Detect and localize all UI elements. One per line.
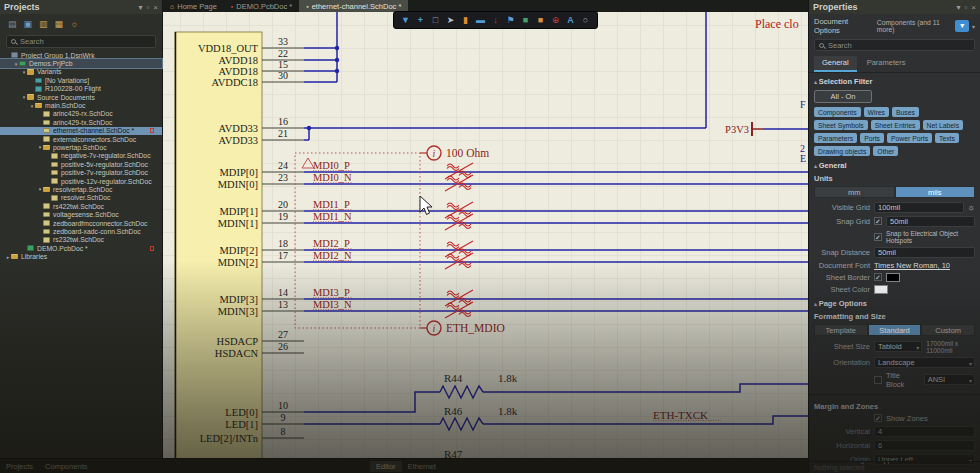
chevron-down-icon[interactable]: ▾ (138, 3, 142, 12)
panel-tab-components[interactable]: Components (39, 461, 94, 472)
tab-home-page[interactable]: ⌂ Home Page (163, 0, 224, 12)
select-area-icon[interactable]: □ (430, 15, 441, 25)
format-custom-button[interactable]: Custom (921, 324, 975, 336)
tree-item-no-variations[interactable]: [No Variations] (0, 76, 162, 84)
orientation-select[interactable]: Landscape (874, 357, 975, 368)
gear-icon[interactable]: ☼ (968, 203, 975, 212)
wire-tool-icon[interactable]: ▮ (460, 15, 471, 25)
power-port-icon[interactable]: ↓ (490, 15, 501, 25)
chip-sheet-symbols[interactable]: Sheet Symbols (814, 120, 868, 130)
sheet-symbol-icon[interactable]: ■ (520, 15, 531, 25)
list-view-icon[interactable]: ▤ (8, 19, 17, 29)
tree-item-positive-12v-regulator[interactable]: positive-12v-regulator.SchDoc (0, 177, 162, 185)
net-label-eth-txck[interactable]: ETH-TXCK (653, 409, 708, 421)
tree-item-resolver[interactable]: resolver.SchDoc (0, 194, 162, 202)
format-template-button[interactable]: Template (814, 324, 868, 336)
editor-tab[interactable]: Editor (370, 461, 402, 472)
wires[interactable] (304, 12, 808, 424)
title-block-select[interactable]: ANSI (924, 374, 975, 385)
close-icon[interactable]: × (153, 3, 158, 12)
cursor-icon[interactable]: ➤ (445, 15, 456, 25)
tree-item-arinc429-tx[interactable]: arinc429-tx.SchDoc (0, 118, 162, 126)
chip-components[interactable]: Components (814, 107, 861, 117)
ethernet-sheet-tab[interactable]: Ethernet (402, 461, 442, 472)
tree-item-libraries[interactable]: Libraries (0, 252, 162, 260)
tree-item-project[interactable]: Demos.PrjPcb (0, 59, 162, 67)
text-tool-icon[interactable]: A (565, 15, 576, 25)
snap-grid-input[interactable]: 50mil (886, 216, 975, 227)
chip-power-ports[interactable]: Power Ports (887, 133, 932, 143)
save-icon[interactable]: ▣ (24, 19, 33, 29)
properties-search-input[interactable]: Search (814, 39, 975, 51)
tree-item-rs232twi[interactable]: rs232twi.SchDoc (0, 236, 162, 244)
move-icon[interactable]: + (415, 15, 426, 25)
format-standard-button[interactable]: Standard (868, 324, 922, 336)
document-font-link[interactable]: Times New Roman, 10 (874, 261, 950, 270)
tree-item-voltagesense[interactable]: voltagesense.SchDoc (0, 210, 162, 218)
all-on-button[interactable]: All - On (814, 90, 872, 103)
chip-drawing-objects[interactable]: Drawing objects (814, 146, 870, 156)
tree-item-demo-pcbdoc[interactable]: DEMO.PcbDoc * (0, 244, 162, 252)
settings-icon[interactable]: ☼ (70, 19, 78, 29)
resistor-designator[interactable]: R47 (444, 448, 463, 458)
chip-parameters[interactable]: Parameters (814, 133, 857, 143)
harness-icon[interactable]: ⊕ (550, 15, 561, 25)
chip-buses[interactable]: Buses (892, 107, 919, 117)
tree-item-rs422twi[interactable]: rs422twi.SchDoc (0, 202, 162, 210)
general-section-header[interactable]: General (809, 157, 980, 171)
tree-item-externalconnectors[interactable]: externalconnectors.SchDoc (0, 135, 162, 143)
tab-parameters[interactable]: Parameters (859, 56, 914, 72)
selection-filter-header[interactable]: Selection Filter (809, 73, 980, 87)
chip-ports[interactable]: Ports (860, 133, 884, 143)
units-mm-button[interactable]: mm (814, 186, 895, 198)
visible-grid-input[interactable]: 100mil (874, 202, 964, 213)
sheet-entry-icon[interactable]: ■ (535, 15, 546, 25)
resistor-designator[interactable]: R44 (444, 372, 463, 384)
projects-search-input[interactable]: Search (6, 35, 156, 48)
tree-item-main-schdoc[interactable]: main.SchDoc (0, 101, 162, 109)
vertical-input[interactable]: 4 (874, 426, 975, 437)
resistor-value[interactable]: 1.8k (498, 372, 518, 384)
tree-item-zedboardfmcconnector[interactable]: zedboardfmcconnector.SchDoc (0, 219, 162, 227)
tree-item-negative-7v-regulator[interactable]: negative-7v-regulator.SchDoc (0, 152, 162, 160)
folders-icon[interactable]: ▦ (55, 19, 64, 29)
chip-other[interactable]: Other (873, 146, 898, 156)
chip-net-labels[interactable]: Net Labels (923, 120, 964, 130)
tree-item-variant-flight[interactable]: R100228-00 Flight (0, 85, 162, 93)
chevron-down-icon[interactable]: ▾ (956, 3, 960, 12)
tree-item-positive-5v-regulator[interactable]: positive-5v-regulator.SchDoc (0, 160, 162, 168)
sheet-border-checkbox[interactable]: ✓ (874, 273, 882, 281)
filter-icon[interactable]: ▼ (400, 15, 411, 25)
chip-texts[interactable]: Texts (935, 133, 959, 143)
tree-item-ethernet-channel[interactable]: ethernet-channel.SchDoc * (0, 127, 162, 135)
page-options-header[interactable]: Page Options (809, 295, 980, 309)
horizontal-input[interactable]: 6 (874, 440, 975, 451)
pin-icon[interactable]: ▫ (964, 3, 967, 12)
snap-grid-checkbox[interactable]: ✓ (874, 217, 882, 225)
show-zones-checkbox[interactable]: ✓ (874, 414, 882, 422)
power-port-p3v3[interactable]: P3V3 (725, 122, 763, 136)
panel-tab-projects[interactable]: Projects (0, 461, 39, 472)
snap-hotspots-checkbox[interactable]: ✓ (874, 233, 882, 241)
polygon-tool-icon[interactable]: ○ (580, 15, 591, 25)
units-mils-button[interactable]: mils (895, 186, 976, 198)
resistor-designator[interactable]: R46 (444, 405, 463, 417)
tree-item-project-group[interactable]: Project Group 1.DsnWrk (0, 51, 162, 59)
tree-item-positive-7v-regulator[interactable]: positive-7v-regulator.SchDoc (0, 168, 162, 176)
sheet-size-select[interactable]: Tabloid (874, 341, 922, 352)
tab-ethernet-channel[interactable]: ▪ ethernet-channel.SchDoc * (299, 0, 408, 12)
tree-item-variants[interactable]: Variants (0, 68, 162, 76)
tree-item-resolvertap[interactable]: resolvertap.SchDoc (0, 185, 162, 193)
pin-icon[interactable]: ▫ (146, 3, 149, 12)
close-icon[interactable]: × (971, 3, 976, 12)
net-label-icon[interactable]: ⚑ (505, 15, 516, 25)
sheet-color-swatch[interactable] (874, 285, 888, 294)
resistor-value[interactable]: 1.8k (498, 405, 518, 417)
resistor-R44[interactable] (440, 386, 483, 398)
chip-sheet-entries[interactable]: Sheet Entries (871, 120, 920, 130)
filter-dropdown-arrow[interactable]: ▾ (972, 23, 975, 30)
schematic-canvas[interactable]: R44 1.8k R46 1.8k R47 (163, 12, 808, 458)
tab-general[interactable]: General (814, 56, 857, 72)
filter-button[interactable]: ▼ (955, 20, 969, 32)
tab-demo-pcbdoc[interactable]: ▪ DEMO.PcbDoc * (224, 0, 299, 12)
